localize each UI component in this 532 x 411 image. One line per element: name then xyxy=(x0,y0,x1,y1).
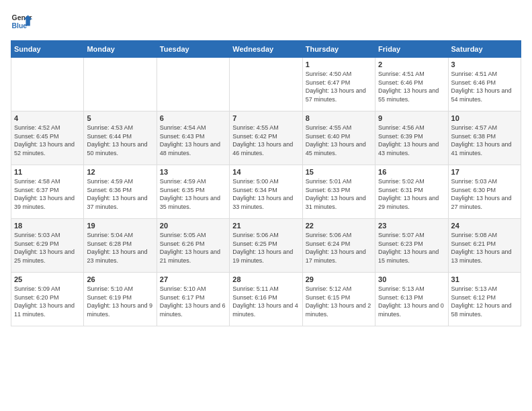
day-detail: Sunrise: 5:03 AM Sunset: 6:29 PM Dayligh… xyxy=(14,231,81,265)
day-number: 23 xyxy=(378,222,445,230)
day-number: 31 xyxy=(451,275,518,283)
day-detail: Sunrise: 5:10 AM Sunset: 6:17 PM Dayligh… xyxy=(160,285,226,318)
day-detail: Sunrise: 5:06 AM Sunset: 6:25 PM Dayligh… xyxy=(232,231,299,265)
day-detail: Sunrise: 4:52 AM Sunset: 6:45 PM Dayligh… xyxy=(14,124,81,157)
logo: General Blue xyxy=(11,11,32,32)
day-of-week-header: Sunday xyxy=(11,41,84,58)
day-detail: Sunrise: 5:13 AM Sunset: 6:13 PM Dayligh… xyxy=(378,285,445,318)
day-of-week-header: Tuesday xyxy=(157,41,229,58)
calendar-cell: 20Sunrise: 5:05 AM Sunset: 6:26 PM Dayli… xyxy=(157,219,229,273)
day-detail: Sunrise: 5:10 AM Sunset: 6:19 PM Dayligh… xyxy=(87,285,153,318)
calendar-table: SundayMondayTuesdayWednesdayThursdayFrid… xyxy=(11,40,521,326)
day-number: 30 xyxy=(378,275,445,283)
day-detail: Sunrise: 5:02 AM Sunset: 6:31 PM Dayligh… xyxy=(378,177,445,211)
calendar-cell: 3Sunrise: 4:51 AM Sunset: 6:46 PM Daylig… xyxy=(448,58,521,111)
day-number: 9 xyxy=(378,114,445,122)
day-number: 6 xyxy=(160,114,226,122)
calendar-cell: 16Sunrise: 5:02 AM Sunset: 6:31 PM Dayli… xyxy=(375,165,448,219)
day-detail: Sunrise: 5:13 AM Sunset: 6:12 PM Dayligh… xyxy=(451,285,518,318)
day-number: 27 xyxy=(160,275,226,283)
day-detail: Sunrise: 4:50 AM Sunset: 6:47 PM Dayligh… xyxy=(306,70,372,103)
calendar-cell: 11Sunrise: 4:58 AM Sunset: 6:37 PM Dayli… xyxy=(11,165,84,219)
calendar-cell: 14Sunrise: 5:00 AM Sunset: 6:34 PM Dayli… xyxy=(230,165,302,219)
calendar-cell: 15Sunrise: 5:01 AM Sunset: 6:33 PM Dayli… xyxy=(302,165,375,219)
calendar-cell: 30Sunrise: 5:13 AM Sunset: 6:13 PM Dayli… xyxy=(375,273,448,326)
day-detail: Sunrise: 4:51 AM Sunset: 6:46 PM Dayligh… xyxy=(451,70,518,103)
page-header: General Blue xyxy=(11,11,521,32)
svg-text:Blue: Blue xyxy=(12,22,28,30)
day-detail: Sunrise: 5:11 AM Sunset: 6:16 PM Dayligh… xyxy=(232,285,299,318)
calendar-cell: 17Sunrise: 5:03 AM Sunset: 6:30 PM Dayli… xyxy=(448,165,521,219)
day-detail: Sunrise: 5:00 AM Sunset: 6:34 PM Dayligh… xyxy=(232,177,299,211)
calendar-cell: 6Sunrise: 4:54 AM Sunset: 6:43 PM Daylig… xyxy=(157,111,229,165)
calendar-week-row: 18Sunrise: 5:03 AM Sunset: 6:29 PM Dayli… xyxy=(11,219,521,273)
day-detail: Sunrise: 5:05 AM Sunset: 6:26 PM Dayligh… xyxy=(160,231,226,265)
day-number: 22 xyxy=(306,222,372,230)
day-detail: Sunrise: 4:51 AM Sunset: 6:46 PM Dayligh… xyxy=(378,70,445,103)
day-of-week-header: Thursday xyxy=(302,41,375,58)
day-number: 3 xyxy=(451,60,518,68)
day-detail: Sunrise: 4:53 AM Sunset: 6:44 PM Dayligh… xyxy=(87,124,153,157)
day-number: 28 xyxy=(232,275,299,283)
day-of-week-header: Wednesday xyxy=(230,41,302,58)
calendar-cell: 10Sunrise: 4:57 AM Sunset: 6:38 PM Dayli… xyxy=(448,111,521,165)
day-number: 20 xyxy=(160,222,226,230)
calendar-cell: 2Sunrise: 4:51 AM Sunset: 6:46 PM Daylig… xyxy=(375,58,448,111)
day-of-week-header: Friday xyxy=(375,41,448,58)
calendar-week-row: 25Sunrise: 5:09 AM Sunset: 6:20 PM Dayli… xyxy=(11,273,521,326)
day-detail: Sunrise: 4:56 AM Sunset: 6:39 PM Dayligh… xyxy=(378,124,445,157)
calendar-cell: 27Sunrise: 5:10 AM Sunset: 6:17 PM Dayli… xyxy=(157,273,229,326)
day-detail: Sunrise: 5:12 AM Sunset: 6:15 PM Dayligh… xyxy=(306,285,372,318)
calendar-cell: 4Sunrise: 4:52 AM Sunset: 6:45 PM Daylig… xyxy=(11,111,84,165)
day-number: 19 xyxy=(87,222,153,230)
day-detail: Sunrise: 5:06 AM Sunset: 6:24 PM Dayligh… xyxy=(306,231,372,265)
day-number: 24 xyxy=(451,222,518,230)
calendar-cell: 9Sunrise: 4:56 AM Sunset: 6:39 PM Daylig… xyxy=(375,111,448,165)
day-number: 17 xyxy=(451,168,518,176)
day-detail: Sunrise: 4:54 AM Sunset: 6:43 PM Dayligh… xyxy=(160,124,226,157)
day-number: 10 xyxy=(451,114,518,122)
day-detail: Sunrise: 5:08 AM Sunset: 6:21 PM Dayligh… xyxy=(451,231,518,265)
calendar-cell: 5Sunrise: 4:53 AM Sunset: 6:44 PM Daylig… xyxy=(84,111,157,165)
day-of-week-header: Monday xyxy=(84,41,157,58)
calendar-cell: 23Sunrise: 5:07 AM Sunset: 6:23 PM Dayli… xyxy=(375,219,448,273)
day-number: 29 xyxy=(306,275,372,283)
day-number: 8 xyxy=(306,114,372,122)
calendar-cell: 8Sunrise: 4:55 AM Sunset: 6:40 PM Daylig… xyxy=(302,111,375,165)
logo-icon: General Blue xyxy=(11,11,32,32)
day-detail: Sunrise: 5:04 AM Sunset: 6:28 PM Dayligh… xyxy=(87,231,153,265)
calendar-week-row: 1Sunrise: 4:50 AM Sunset: 6:47 PM Daylig… xyxy=(11,58,521,111)
calendar-cell: 25Sunrise: 5:09 AM Sunset: 6:20 PM Dayli… xyxy=(11,273,84,326)
calendar-cell: 31Sunrise: 5:13 AM Sunset: 6:12 PM Dayli… xyxy=(448,273,521,326)
day-number: 26 xyxy=(87,275,153,283)
calendar-week-row: 4Sunrise: 4:52 AM Sunset: 6:45 PM Daylig… xyxy=(11,111,521,165)
day-detail: Sunrise: 5:07 AM Sunset: 6:23 PM Dayligh… xyxy=(378,231,445,265)
day-number: 13 xyxy=(160,168,226,176)
calendar-cell: 18Sunrise: 5:03 AM Sunset: 6:29 PM Dayli… xyxy=(11,219,84,273)
day-number: 21 xyxy=(232,222,299,230)
calendar-cell xyxy=(84,58,157,111)
day-number: 11 xyxy=(14,168,81,176)
calendar-week-row: 11Sunrise: 4:58 AM Sunset: 6:37 PM Dayli… xyxy=(11,165,521,219)
day-number: 4 xyxy=(14,114,81,122)
day-detail: Sunrise: 5:09 AM Sunset: 6:20 PM Dayligh… xyxy=(14,285,81,318)
day-number: 12 xyxy=(87,168,153,176)
day-detail: Sunrise: 4:58 AM Sunset: 6:37 PM Dayligh… xyxy=(14,177,81,211)
calendar-cell: 24Sunrise: 5:08 AM Sunset: 6:21 PM Dayli… xyxy=(448,219,521,273)
calendar-cell: 29Sunrise: 5:12 AM Sunset: 6:15 PM Dayli… xyxy=(302,273,375,326)
day-number: 18 xyxy=(14,222,81,230)
calendar-cell: 13Sunrise: 4:59 AM Sunset: 6:35 PM Dayli… xyxy=(157,165,229,219)
calendar-cell: 1Sunrise: 4:50 AM Sunset: 6:47 PM Daylig… xyxy=(302,58,375,111)
day-detail: Sunrise: 4:57 AM Sunset: 6:38 PM Dayligh… xyxy=(451,124,518,157)
day-detail: Sunrise: 4:55 AM Sunset: 6:40 PM Dayligh… xyxy=(306,124,372,157)
calendar-cell: 22Sunrise: 5:06 AM Sunset: 6:24 PM Dayli… xyxy=(302,219,375,273)
day-detail: Sunrise: 5:03 AM Sunset: 6:30 PM Dayligh… xyxy=(451,177,518,211)
day-number: 1 xyxy=(306,60,372,68)
day-number: 25 xyxy=(14,275,81,283)
calendar-cell: 12Sunrise: 4:59 AM Sunset: 6:36 PM Dayli… xyxy=(84,165,157,219)
calendar-header-row: SundayMondayTuesdayWednesdayThursdayFrid… xyxy=(11,41,521,58)
calendar-cell: 26Sunrise: 5:10 AM Sunset: 6:19 PM Dayli… xyxy=(84,273,157,326)
day-number: 7 xyxy=(232,114,299,122)
day-number: 16 xyxy=(378,168,445,176)
calendar-cell: 28Sunrise: 5:11 AM Sunset: 6:16 PM Dayli… xyxy=(230,273,302,326)
